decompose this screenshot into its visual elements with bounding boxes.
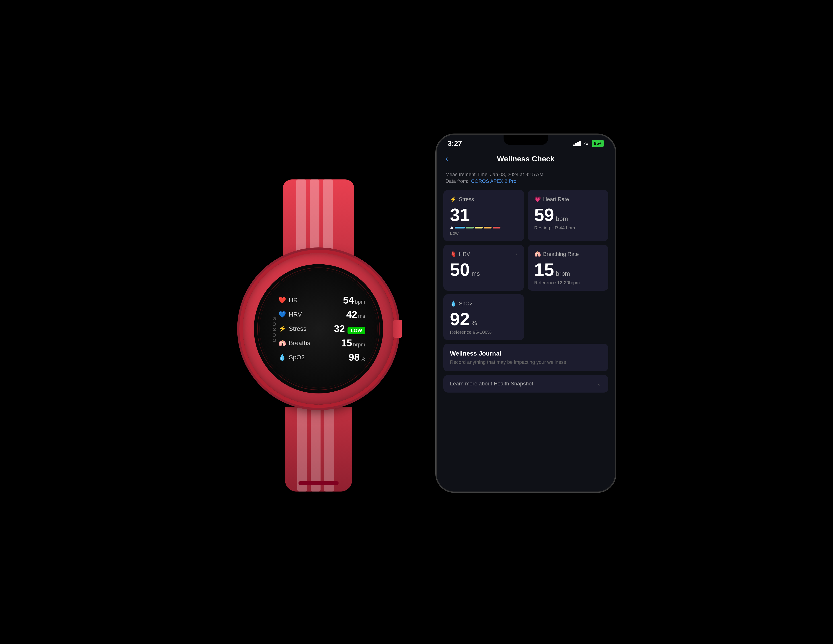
stress-seg-3 bbox=[475, 227, 482, 229]
status-icons: ∿ 95+ bbox=[573, 140, 604, 147]
stress-seg-2 bbox=[466, 227, 474, 229]
back-button[interactable]: ‹ bbox=[445, 154, 449, 164]
device-name: COROS APEX 2 Pro bbox=[471, 178, 516, 184]
hr-card-icon: 💗 bbox=[534, 196, 541, 203]
heart-rate-card: 💗 Heart Rate 59 bpm Resting HR 44 bpm bbox=[527, 190, 608, 241]
app-header: ‹ Wellness Check bbox=[437, 150, 615, 167]
stress-seg-5 bbox=[493, 227, 500, 229]
spo2-sublabel: Reference 95-100% bbox=[450, 330, 517, 335]
spo2-icon: 💧 bbox=[450, 301, 457, 307]
watch-metric-hr: ❤️ HR 54 bpm bbox=[278, 295, 365, 306]
hrv-card-title: HRV bbox=[459, 251, 470, 257]
spo2-label: SpO2 bbox=[289, 354, 305, 361]
breaths-value: 15 bbox=[341, 338, 352, 349]
hrv-card[interactable]: 🫀 HRV › 50 ms bbox=[443, 245, 524, 291]
stress-value: 32 bbox=[334, 323, 345, 334]
watch-container: COROS ❤️ HR 54 bpm bbox=[218, 206, 419, 451]
hr-card-unit: bpm bbox=[556, 216, 568, 222]
breathing-card-title: Breathing Rate bbox=[543, 251, 579, 257]
stress-card-title: Stress bbox=[459, 196, 474, 203]
measurement-time: Measurement Time: Jan 03, 2024 at 8:15 A… bbox=[445, 172, 606, 177]
breathing-card-value: 15 bbox=[534, 261, 554, 279]
hr-icon: ❤️ bbox=[278, 296, 286, 304]
stress-scale bbox=[450, 226, 517, 229]
journal-description: Record anything that may be impacting yo… bbox=[450, 359, 601, 365]
wellness-journal[interactable]: Wellness Journal Record anything that ma… bbox=[443, 344, 608, 371]
hrv-label: HRV bbox=[289, 311, 302, 318]
watch-band-bottom bbox=[285, 407, 352, 491]
stress-label: Stress bbox=[289, 325, 307, 332]
spo2-value: 98 bbox=[349, 352, 360, 363]
learn-more-chevron-icon: ⌄ bbox=[597, 380, 601, 387]
phone-screen: 3:27 ∿ 95+ ‹ Wellnes bbox=[437, 135, 615, 491]
watch-screen: COROS ❤️ HR 54 bpm bbox=[254, 264, 383, 393]
watch-metric-spo2: 💧 SpO2 98 % bbox=[278, 352, 365, 363]
breaths-label: Breaths bbox=[289, 340, 310, 347]
stress-scale-indicator bbox=[450, 226, 453, 229]
hrv-chevron-icon: › bbox=[516, 251, 517, 257]
hrv-card-value: 50 bbox=[450, 261, 470, 279]
hrv-icon: 💙 bbox=[278, 311, 286, 318]
battery-badge: 95+ bbox=[592, 140, 604, 147]
watch-metric-hrv: 💙 HRV 42 ms bbox=[278, 309, 365, 320]
breathing-sublabel: Reference 12-20brpm bbox=[534, 280, 601, 285]
watch-metrics: ❤️ HR 54 bpm 💙 HRV bbox=[265, 295, 372, 363]
spo2-watch-icon: 💧 bbox=[278, 354, 286, 361]
stress-card-value: 31 bbox=[450, 206, 470, 224]
stress-seg-1 bbox=[455, 227, 465, 229]
hrv-unit: ms bbox=[358, 313, 365, 319]
measurement-device: Data from: COROS APEX 2 Pro bbox=[445, 178, 606, 184]
watch-crown bbox=[393, 320, 402, 338]
scene: COROS ❤️ HR 54 bpm bbox=[0, 0, 833, 644]
stress-sublabel: Low bbox=[450, 230, 517, 236]
stress-seg-4 bbox=[484, 227, 492, 229]
stress-watch-icon: ⚡ bbox=[278, 325, 286, 332]
hr-card-value: 59 bbox=[534, 206, 554, 224]
spo2-card: 💧 SpO2 92 % Reference 95-100% bbox=[443, 294, 524, 340]
spo2-card-title: SpO2 bbox=[459, 301, 473, 307]
phone-frame: 3:27 ∿ 95+ ‹ Wellnes bbox=[437, 135, 615, 491]
hr-label: HR bbox=[289, 297, 298, 304]
phone-notch bbox=[503, 135, 548, 145]
learn-more-text: Learn more about Health Snapshot bbox=[450, 380, 534, 387]
breathing-card-unit: brpm bbox=[556, 270, 570, 277]
journal-title: Wellness Journal bbox=[450, 350, 601, 357]
app-content: Measurement Time: Jan 03, 2024 at 8:15 A… bbox=[437, 167, 615, 491]
stress-card: ⚡ Stress 31 bbox=[443, 190, 524, 241]
hr-unit: bpm bbox=[355, 299, 365, 305]
hr-card-title: Heart Rate bbox=[543, 196, 569, 203]
page-title: Wellness Check bbox=[497, 155, 554, 163]
breaths-icon: 🫁 bbox=[278, 339, 286, 347]
spo2-card-value: 92 bbox=[450, 310, 470, 328]
breathing-icon: 🫁 bbox=[534, 251, 541, 257]
stress-low-badge: LOW bbox=[347, 327, 365, 334]
hrv-value: 42 bbox=[346, 309, 357, 320]
status-time: 3:27 bbox=[448, 139, 462, 148]
hrv-card-unit: ms bbox=[471, 270, 480, 277]
measurement-info: Measurement Time: Jan 03, 2024 at 8:15 A… bbox=[443, 172, 608, 186]
watch-metric-breaths: 🫁 Breaths 15 brpm bbox=[278, 338, 365, 349]
wifi-icon: ∿ bbox=[584, 140, 589, 147]
hr-card-sublabel: Resting HR 44 bpm bbox=[534, 225, 601, 230]
watch-case: COROS ❤️ HR 54 bpm bbox=[243, 253, 394, 404]
spo2-unit: % bbox=[360, 356, 365, 362]
hrv-card-icon: 🫀 bbox=[450, 251, 457, 257]
hr-value: 54 bbox=[343, 295, 354, 306]
metrics-grid: ⚡ Stress 31 bbox=[443, 190, 608, 291]
spo2-card-unit: % bbox=[471, 320, 477, 326]
stress-icon: ⚡ bbox=[450, 196, 457, 203]
breaths-unit: brpm bbox=[353, 341, 365, 348]
learn-more-section[interactable]: Learn more about Health Snapshot ⌄ bbox=[443, 375, 608, 393]
phone-container: 3:27 ∿ 95+ ‹ Wellnes bbox=[437, 135, 615, 491]
watch-metric-stress: ⚡ Stress 32 LOW bbox=[278, 323, 365, 334]
signal-icon bbox=[573, 141, 581, 146]
breathing-rate-card: 🫁 Breathing Rate 15 brpm Reference 12-20… bbox=[527, 245, 608, 291]
